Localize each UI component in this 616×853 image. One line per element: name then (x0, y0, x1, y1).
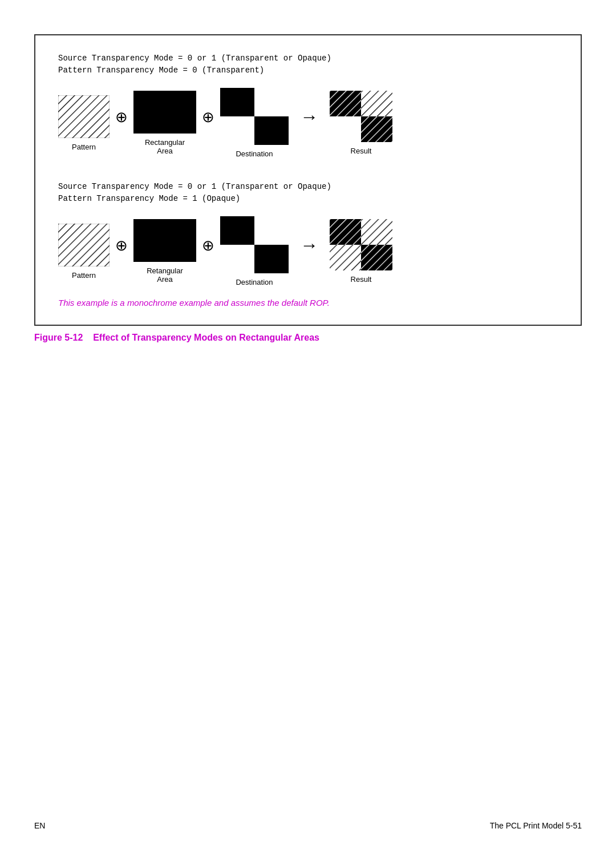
svg-rect-24 (220, 245, 254, 273)
figure-box: Source Transparency Mode = 0 or 1 (Trans… (34, 34, 582, 326)
destination-svg-1 (220, 88, 289, 145)
destination-label-1: Destination (236, 149, 273, 158)
result-svg-1 (330, 91, 392, 142)
pattern-label-1: Pattern (72, 143, 96, 151)
pattern-item-2: Pattern (58, 224, 110, 280)
svg-rect-12 (330, 91, 361, 116)
svg-rect-36 (361, 245, 392, 270)
footer: EN The PCL Print Model 5-51 (34, 821, 582, 830)
destination-svg-2 (220, 216, 289, 273)
svg-rect-25 (254, 245, 289, 273)
rect-label-2: Retangular Area (147, 266, 183, 284)
diagram-row-1: Pattern ⊕ Rectangular Area ⊕ (58, 88, 558, 158)
svg-rect-17 (361, 116, 392, 142)
svg-rect-7 (254, 116, 289, 145)
operator-2a: ⊕ (115, 238, 128, 253)
pattern-svg-2 (58, 224, 110, 266)
svg-rect-22 (220, 216, 254, 245)
svg-rect-30 (330, 219, 361, 245)
svg-rect-15 (330, 116, 361, 142)
operator-1a: ⊕ (115, 110, 128, 125)
result-item-2: Result (330, 219, 392, 284)
svg-rect-32 (361, 219, 392, 245)
rect-label-1: Rectangular Area (145, 138, 185, 155)
svg-rect-14 (361, 91, 392, 116)
mode1-label: Source Transparency Mode = 0 or 1 (Trans… (58, 52, 558, 76)
page-container: Source Transparency Mode = 0 or 1 (Trans… (0, 0, 616, 853)
svg-rect-6 (220, 116, 254, 145)
diagram-row-2: Pattern ⊕ Retangular Area ⊕ (58, 216, 558, 286)
pattern-label-2: Pattern (72, 271, 96, 280)
pattern-item-1: Pattern (58, 95, 110, 151)
monochrome-note: This example is a monochrome example and… (58, 298, 558, 308)
svg-rect-5 (254, 88, 289, 116)
footer-left: EN (34, 821, 45, 830)
arrow-1: → (300, 106, 318, 127)
pattern-svg-1 (58, 95, 110, 138)
footer-right: The PCL Print Model 5-51 (490, 821, 582, 830)
arrow-2: → (300, 235, 318, 256)
rect-area-item-2: Retangular Area (133, 219, 196, 284)
result-label-2: Result (351, 275, 372, 284)
destination-item-1: Destination (220, 88, 289, 158)
section-divider (58, 164, 558, 181)
destination-item-2: Destination (220, 216, 289, 286)
svg-rect-20 (58, 224, 110, 266)
result-label-1: Result (351, 147, 372, 155)
result-item-1: Result (330, 91, 392, 155)
svg-rect-4 (220, 88, 254, 116)
svg-rect-2 (58, 95, 110, 138)
black-rect-1 (133, 91, 196, 134)
result-svg-2 (330, 219, 392, 270)
operator-2b: ⊕ (202, 238, 214, 253)
black-rect-2 (133, 219, 196, 262)
figure-caption: Figure 5-12 Effect of Transparency Modes… (34, 333, 582, 343)
destination-label-2: Destination (236, 278, 273, 286)
mode2-label: Source Transparency Mode = 0 or 1 (Trans… (58, 181, 558, 205)
svg-rect-34 (330, 245, 361, 270)
svg-rect-23 (254, 216, 289, 245)
rect-area-item-1: Rectangular Area (133, 91, 196, 155)
operator-1b: ⊕ (202, 110, 214, 125)
